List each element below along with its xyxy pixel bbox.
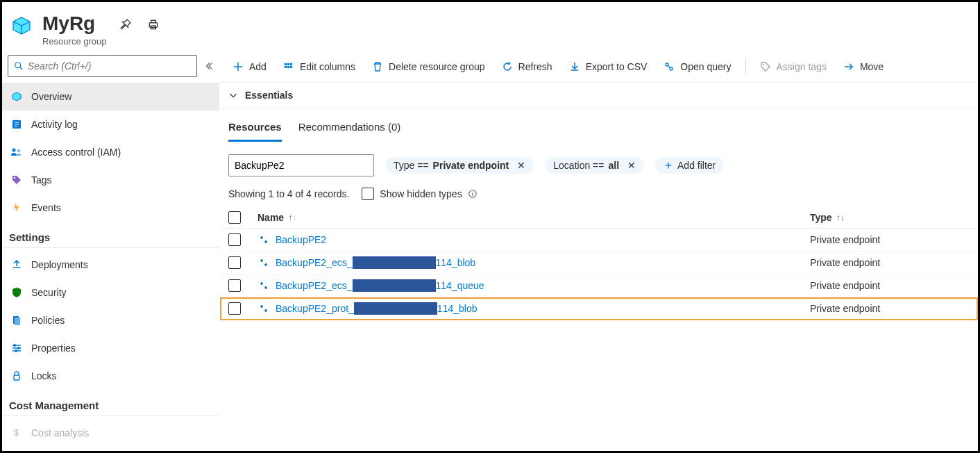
- toolbar-label: Add: [249, 61, 267, 72]
- toolbar-label: Refresh: [518, 61, 552, 72]
- redacted-block: [353, 256, 436, 269]
- resource-link[interactable]: BackupPE2_prot_: [276, 303, 354, 314]
- trash-icon: [372, 61, 383, 72]
- sidebar-item-tags[interactable]: Tags: [2, 166, 219, 194]
- table-row[interactable]: BackupPE2_prot_114_blobPrivate endpoint: [220, 297, 978, 320]
- delete-rg-button[interactable]: Delete resource group: [365, 54, 492, 79]
- pin-icon[interactable]: [119, 19, 132, 31]
- sidebar-item-properties[interactable]: Properties: [2, 334, 219, 362]
- sidebar-item-deployments[interactable]: Deployments: [2, 251, 219, 279]
- table-row[interactable]: BackupPE2Private endpoint: [220, 229, 978, 252]
- svg-rect-29: [290, 66, 292, 68]
- toolbar-separator: [745, 59, 746, 74]
- info-icon[interactable]: [468, 189, 478, 199]
- cost-icon: $: [10, 427, 23, 439]
- filter-bar: Type == Private endpoint ✕ Location == a…: [220, 142, 978, 179]
- sidebar-item-label: Overview: [31, 91, 71, 102]
- edit-columns-button[interactable]: Edit columns: [276, 54, 362, 79]
- filter-pill-location[interactable]: Location == all ✕: [545, 157, 644, 174]
- resource-link[interactable]: BackupPE2_ecs_: [276, 257, 353, 268]
- pill-prefix: Location ==: [553, 160, 604, 171]
- private-endpoint-icon: [257, 279, 270, 292]
- page-header: MyRg Resource group: [2, 2, 978, 52]
- search-icon: [14, 61, 24, 71]
- filter-pill-type[interactable]: Type == Private endpoint ✕: [385, 157, 534, 174]
- events-icon: [10, 201, 23, 214]
- print-icon[interactable]: [147, 19, 160, 31]
- open-query-button[interactable]: Open query: [657, 54, 738, 79]
- sidebar-item-label: Activity log: [31, 119, 78, 130]
- svg-point-43: [265, 263, 267, 265]
- main-content: Add Edit columns Delete resource group R…: [220, 52, 978, 451]
- svg-text:$: $: [14, 428, 19, 438]
- resource-link[interactable]: 114_queue: [436, 280, 484, 291]
- svg-point-3: [15, 63, 21, 68]
- svg-point-42: [261, 259, 263, 261]
- svg-rect-1: [151, 20, 155, 22]
- refresh-button[interactable]: Refresh: [495, 54, 559, 79]
- export-csv-button[interactable]: Export to CSV: [562, 54, 654, 79]
- row-checkbox[interactable]: [228, 302, 241, 315]
- sidebar-item-label: Cost analysis: [31, 427, 89, 438]
- resource-type: Private endpoint: [810, 280, 970, 291]
- column-header-type[interactable]: Type ↑↓: [810, 212, 970, 223]
- row-checkbox[interactable]: [228, 279, 241, 292]
- toolbar: Add Edit columns Delete resource group R…: [220, 52, 978, 83]
- resources-table: Name ↑↓ Type ↑↓ BackupPE2Private endpoin…: [220, 204, 978, 320]
- add-button[interactable]: Add: [226, 54, 273, 79]
- svg-rect-26: [290, 63, 292, 65]
- collapse-sidebar-icon[interactable]: [204, 61, 214, 71]
- table-row[interactable]: BackupPE2_ecs_114_blobPrivate endpoint: [220, 252, 978, 274]
- sidebar-search[interactable]: [8, 55, 197, 77]
- svg-point-44: [261, 282, 263, 284]
- row-checkbox[interactable]: [228, 256, 241, 269]
- sidebar-item-activity-log[interactable]: Activity log: [2, 110, 219, 138]
- svg-rect-13: [15, 318, 20, 325]
- svg-point-41: [265, 240, 267, 242]
- resource-link[interactable]: 114_blob: [437, 303, 478, 314]
- svg-point-33: [763, 64, 764, 65]
- show-hidden-checkbox[interactable]: [362, 188, 374, 200]
- column-header-name[interactable]: Name ↑↓: [257, 212, 810, 223]
- sidebar-nav: Overview Activity log Access control (IA…: [2, 83, 219, 451]
- pill-value: all: [608, 160, 619, 171]
- table-row[interactable]: BackupPE2_ecs_114_queuePrivate endpoint: [220, 274, 978, 297]
- sidebar-item-overview[interactable]: Overview: [2, 83, 219, 110]
- svg-point-11: [14, 177, 15, 179]
- columns-icon: [283, 61, 294, 72]
- sort-icon: ↑↓: [288, 213, 296, 222]
- tab-recommendations[interactable]: Recommendations (0): [298, 121, 401, 142]
- essentials-label: Essentials: [245, 90, 293, 101]
- tab-resources[interactable]: Resources: [228, 121, 282, 142]
- sort-icon: ↑↓: [836, 213, 845, 222]
- resource-link[interactable]: 114_blob: [436, 257, 476, 268]
- essentials-toggle[interactable]: Essentials: [220, 83, 978, 108]
- add-filter-button[interactable]: Add filter: [655, 157, 724, 174]
- page-subtitle: Resource group: [42, 36, 107, 47]
- shield-icon: [10, 286, 23, 299]
- select-all-checkbox[interactable]: [228, 211, 241, 224]
- close-icon[interactable]: ✕: [517, 160, 525, 171]
- sidebar-item-label: Deployments: [31, 259, 88, 270]
- svg-point-31: [670, 67, 673, 70]
- resource-type: Private endpoint: [810, 257, 970, 268]
- policy-icon: [10, 314, 23, 327]
- move-button[interactable]: Move: [836, 54, 890, 79]
- sidebar-item-security[interactable]: Security: [2, 279, 219, 306]
- sidebar-item-locks[interactable]: Locks: [2, 362, 219, 390]
- svg-point-47: [265, 309, 267, 311]
- sidebar-item-events[interactable]: Events: [2, 194, 219, 222]
- tag-icon: [10, 174, 23, 186]
- search-input[interactable]: [28, 60, 191, 72]
- sidebar-item-policies[interactable]: Policies: [2, 306, 219, 334]
- filter-input[interactable]: [228, 154, 374, 176]
- sidebar-item-cost-analysis[interactable]: $ Cost analysis: [2, 419, 219, 447]
- resource-group-icon: [9, 13, 34, 38]
- close-icon[interactable]: ✕: [627, 160, 636, 171]
- row-checkbox[interactable]: [228, 233, 241, 246]
- sidebar-item-access-control[interactable]: Access control (IAM): [2, 138, 219, 166]
- sidebar-item-label: Locks: [31, 370, 57, 381]
- resource-link[interactable]: BackupPE2: [276, 234, 326, 245]
- tabs: Resources Recommendations (0): [220, 108, 978, 142]
- resource-link[interactable]: BackupPE2_ecs_: [276, 280, 353, 291]
